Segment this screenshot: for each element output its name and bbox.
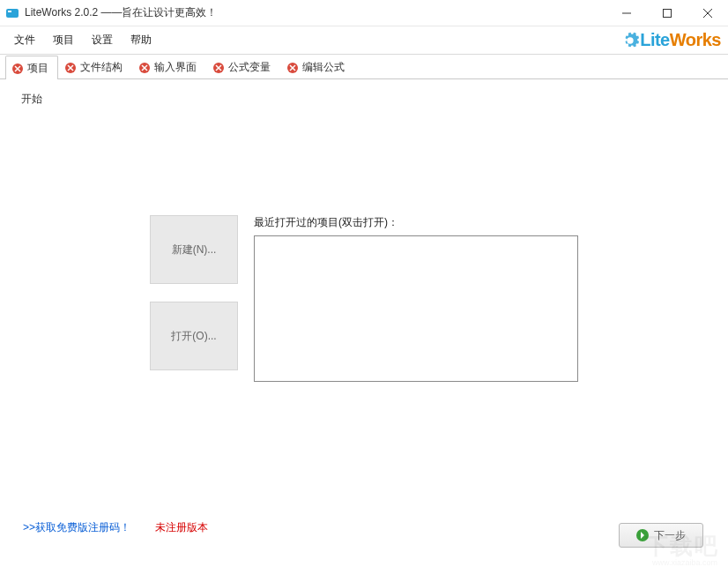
section-label: 开始 xyxy=(21,92,712,107)
tab-label: 公式变量 xyxy=(228,60,271,75)
menu-file[interactable]: 文件 xyxy=(7,29,42,51)
svg-rect-0 xyxy=(6,9,19,18)
tab-label: 项目 xyxy=(27,61,48,76)
tab-label: 编辑公式 xyxy=(302,60,345,75)
window-controls xyxy=(606,0,728,26)
svg-rect-1 xyxy=(8,11,11,12)
close-icon xyxy=(11,63,24,75)
tab-edit-formula[interactable]: 编辑公式 xyxy=(280,55,354,78)
logo-text: LiteWorks xyxy=(640,30,721,50)
gear-icon xyxy=(620,31,640,50)
tabbar: 项目 文件结构 输入界面 公式变量 编辑公式 xyxy=(0,55,728,79)
menubar: 文件 项目 设置 帮助 xyxy=(0,26,166,54)
svg-rect-3 xyxy=(664,9,672,17)
error-icon xyxy=(64,62,77,74)
maximize-button[interactable] xyxy=(647,0,687,26)
new-button[interactable]: 新建(N)... xyxy=(150,215,238,284)
menu-help[interactable]: 帮助 xyxy=(123,29,159,51)
get-registration-link[interactable]: >>获取免费版注册码！ xyxy=(23,520,130,535)
error-icon xyxy=(286,62,299,74)
titlebar: LiteWorks 2.0.2 ——旨在让设计更高效！ xyxy=(0,0,728,26)
logo: LiteWorks xyxy=(620,26,728,54)
open-button[interactable]: 打开(O)... xyxy=(150,302,238,370)
arrow-right-icon xyxy=(636,529,649,541)
tab-formula-variables[interactable]: 公式变量 xyxy=(206,55,280,78)
app-icon xyxy=(5,6,19,20)
menu-project[interactable]: 项目 xyxy=(46,29,81,51)
next-step-button[interactable]: 下一步 xyxy=(619,523,703,548)
close-button[interactable] xyxy=(687,0,728,26)
open-button-label: 打开(O)... xyxy=(171,329,216,344)
recent-label: 最近打开过的项目(双击打开)： xyxy=(254,215,578,230)
error-icon xyxy=(212,62,225,74)
content-area: 开始 新建(N)... 打开(O)... 最近打开过的项目(双击打开)： >>获… xyxy=(0,79,728,567)
footer-links: >>获取免费版注册码！ 未注册版本 xyxy=(23,520,208,535)
menu-settings[interactable]: 设置 xyxy=(85,29,120,51)
window-title: LiteWorks 2.0.2 ——旨在让设计更高效！ xyxy=(25,5,606,20)
minimize-button[interactable] xyxy=(606,0,647,26)
unregistered-label: 未注册版本 xyxy=(155,520,208,535)
error-icon xyxy=(138,62,151,74)
tab-project[interactable]: 项目 xyxy=(5,56,58,79)
watermark-sub: www.xiazaiba.com xyxy=(652,558,717,567)
tab-file-structure[interactable]: 文件结构 xyxy=(58,55,132,78)
tab-input-interface[interactable]: 输入界面 xyxy=(132,55,206,78)
recent-column: 最近打开过的项目(双击打开)： xyxy=(254,215,578,382)
menubar-row: 文件 项目 设置 帮助 LiteWorks xyxy=(0,26,728,55)
tab-label: 文件结构 xyxy=(80,60,123,75)
recent-projects-list[interactable] xyxy=(254,235,578,382)
tab-label: 输入界面 xyxy=(154,60,197,75)
start-area: 新建(N)... 打开(O)... 最近打开过的项目(双击打开)： xyxy=(150,215,578,382)
new-button-label: 新建(N)... xyxy=(172,242,217,257)
button-column: 新建(N)... 打开(O)... xyxy=(150,215,238,382)
next-button-label: 下一步 xyxy=(654,528,686,543)
